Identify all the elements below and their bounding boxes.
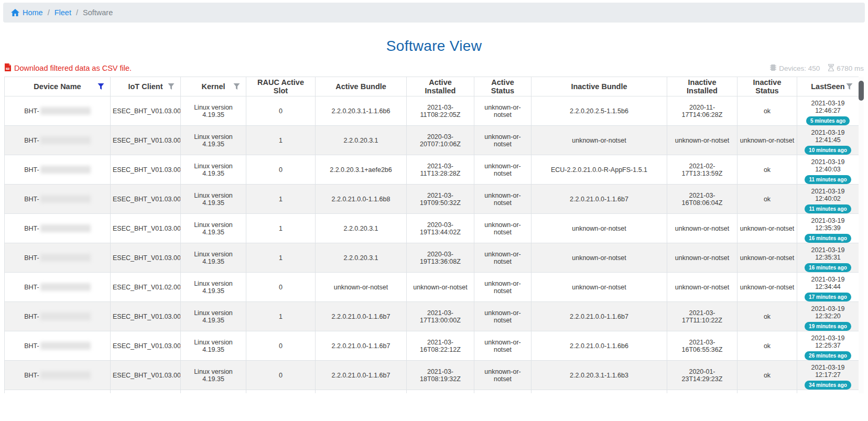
column-header-lastseen[interactable]: LastSeen (797, 77, 859, 96)
cell-inactive-installed: 2020-01-23T14:29:23Z (667, 361, 737, 390)
column-label: Active Bundle (335, 82, 386, 91)
last-seen-timestamp: 2021-03-19 12:46:27 (799, 100, 856, 114)
devices-count: Devices: 450 (770, 64, 820, 73)
cell-inactive-installed: unknown-or-notset (667, 126, 737, 155)
table-row[interactable]: BHT-ESEC_BHT_V01.03.001Linux version 4.1… (5, 214, 859, 243)
column-header-active-bundle[interactable]: Active Bundle (316, 77, 407, 96)
column-header-rauc-active-slot[interactable]: RAUC Active Slot (246, 77, 316, 96)
filter-funnel-icon[interactable] (97, 83, 104, 90)
device-name-redacted (40, 195, 91, 203)
table-row[interactable]: BHT-ESEC_BHT_V01.03.001Linux version 4.1… (5, 96, 859, 126)
table-row[interactable]: BHT-ESEC_BHT_V01.03.001Linux version 4.1… (5, 302, 859, 331)
cell-device-name[interactable]: BHT- (5, 361, 111, 390)
cell-inactive-status: unknown-or-notset (737, 243, 797, 273)
cell-rauc-active-slot: 1 (246, 302, 316, 331)
cell-active-bundle: 2.2.0.21.0.0-1.1.6b7 (316, 331, 407, 361)
table-row[interactable]: BHT-ESEC_BHT_V01.03.001Linux version 4.1… (5, 361, 859, 390)
cell-inactive-bundle: unknown-or-notset (531, 214, 667, 243)
table-row[interactable]: BHT-ESEC_BHT_V01.03.001Linux version 4.1… (5, 243, 859, 273)
column-label: Inactive Bundle (571, 82, 627, 91)
device-name-value: BHT- (7, 224, 108, 232)
table-row[interactable]: BHT-ESEC_BHT_V01.03.001Linux version 4.1… (5, 155, 859, 185)
cell-device-name[interactable]: BHT- (5, 126, 111, 155)
column-label: Inactive Status (753, 78, 782, 95)
header-row: Device Name IoT Client Kernel RAUC Activ… (5, 77, 859, 96)
column-header-active-installed[interactable]: Active Installed (407, 77, 474, 96)
hourglass-icon (828, 64, 834, 73)
last-seen-stack: 2021-03-19 12:35:3116 minutes ago (799, 243, 856, 272)
cell-iot-client: ESEC_BHT_V01.03.001 (111, 185, 181, 214)
column-header-inactive-status[interactable]: Inactive Status (737, 77, 797, 96)
cell-active-bundle: 2.2.0.20.3.1-1.1.6b6 (316, 96, 407, 126)
devices-count-label: Devices: 450 (779, 64, 820, 72)
cell-last-seen: 2021-03-19 12:40:0211 minutes ago (797, 185, 859, 214)
cell-device-name[interactable]: BHT- (5, 155, 111, 185)
table-row[interactable]: BHT-ESEC_BHT_V01.03.001Linux version 4.1… (5, 126, 859, 155)
cell-inactive-bundle: 2.2.0.20.2.5-1.1.5b6 (531, 96, 667, 126)
cell-device-name[interactable]: BHT- (5, 273, 111, 302)
breadcrumb-fleet-link[interactable]: Fleet (55, 8, 71, 17)
cell-device-name[interactable]: BHT- (5, 214, 111, 243)
cell-device-name[interactable]: BHT- (5, 243, 111, 273)
column-header-inactive-installed[interactable]: Inactive Installed (667, 77, 737, 96)
cell-device-name[interactable]: BHT- (5, 390, 111, 394)
cell-inactive-status: ok (737, 185, 797, 214)
cell-rauc-active-slot: 1 (246, 390, 316, 394)
cell-active-bundle: 2.2.0.20.3.1+aefe2b6 (316, 155, 407, 185)
cell-inactive-installed: unknown-or-notset (667, 243, 737, 273)
last-seen-timestamp: 2021-03-19 12:34:44 (799, 276, 856, 290)
column-label: Kernel (201, 82, 225, 91)
cell-inactive-bundle: 2.2.0.21.0.0-1.1.6b7 (531, 302, 667, 331)
cell-active-installed: 2021-03-11T08:22:05Z (407, 96, 474, 126)
cell-device-name[interactable]: BHT- (5, 302, 111, 331)
cell-active-installed: 2021-03-16T08:22:12Z (407, 331, 474, 361)
cell-inactive-status: ok (737, 331, 797, 361)
cell-inactive-bundle: ECU-2.2.0.21.0.0-R-AppFS-1.5.1 (531, 155, 667, 185)
table-row[interactable]: BHT-ESEC_BHT_V01.03.001Linux version 4.1… (5, 331, 859, 361)
device-name-prefix: BHT- (24, 284, 39, 291)
cell-iot-client: ESEC_BHT_V01.03.001 (111, 331, 181, 361)
download-csv-link[interactable]: CSV Download filtered data as CSV file. (4, 63, 132, 73)
cell-kernel: Linux version 4.19.35 (181, 361, 246, 390)
breadcrumb-home-link[interactable]: Home (11, 8, 43, 17)
filter-funnel-icon[interactable] (233, 83, 240, 90)
cell-active-bundle: 2.2.0.20.3.1 (316, 243, 407, 273)
cell-rauc-active-slot: 0 (246, 361, 316, 390)
device-name-prefix: BHT- (24, 225, 39, 232)
cell-device-name[interactable]: BHT- (5, 96, 111, 126)
cell-last-seen: 2021-03-19 12:40:0311 minutes ago (797, 155, 859, 185)
cell-device-name[interactable]: BHT- (5, 331, 111, 361)
cell-active-installed: 2021-03-11T13:28:28Z (407, 155, 474, 185)
vertical-scrollbar-thumb[interactable] (859, 81, 864, 101)
vertical-scrollbar-track[interactable] (859, 77, 864, 393)
cell-inactive-status: unknown-or-notset (737, 273, 797, 302)
cell-inactive-status: unknown-or-notset (737, 126, 797, 155)
device-name-prefix: BHT- (24, 372, 39, 379)
cell-rauc-active-slot: 0 (246, 96, 316, 126)
cell-device-name[interactable]: BHT- (5, 185, 111, 214)
column-header-active-status[interactable]: Active Status (474, 77, 531, 96)
table-row[interactable]: BHT-ESEC_BHT_V01.02.000Linux version 4.1… (5, 273, 859, 302)
column-header-iot-client[interactable]: IoT Client (111, 77, 181, 96)
filter-funnel-icon[interactable] (168, 83, 175, 90)
cell-rauc-active-slot: 0 (246, 331, 316, 361)
cell-rauc-active-slot: 1 (246, 126, 316, 155)
cell-inactive-installed: 2021-03-16T08:06:04Z (667, 185, 737, 214)
device-name-value: BHT- (7, 166, 108, 174)
column-label: LastSeen (811, 82, 844, 91)
last-seen-stack: 2021-03-19 12:32:2019 minutes ago (799, 302, 856, 331)
table-row[interactable]: BHT-ESEC_BHT_V01.03.001Linux version 4.1… (5, 185, 859, 214)
column-header-device-name[interactable]: Device Name (5, 77, 111, 96)
cell-last-seen: 2021-03-19 12:25:3726 minutes ago (797, 331, 859, 361)
cell-active-status: unknown-or-notset (474, 96, 531, 126)
column-header-kernel[interactable]: Kernel (181, 77, 246, 96)
cell-active-installed: 2021-03-17T13:00:00Z (407, 302, 474, 331)
last-seen-ago-badge: 5 minutes ago (806, 116, 850, 125)
cell-active-status: unknown-or-notset (474, 273, 531, 302)
table-row[interactable]: BHT-ESEC_BHT_V01.03.001Linux version 4.1… (5, 390, 859, 394)
column-header-inactive-bundle[interactable]: Inactive Bundle (531, 77, 667, 96)
last-seen-stack: 2021-03-19 12:40:0311 minutes ago (799, 155, 856, 184)
cell-inactive-bundle: 2.2.0.20.3.1-1.1.6b3 (531, 361, 667, 390)
filter-funnel-icon[interactable] (846, 83, 853, 90)
cell-active-bundle: 2.2.0.21.0.0-1.1.6b7 (316, 390, 407, 394)
